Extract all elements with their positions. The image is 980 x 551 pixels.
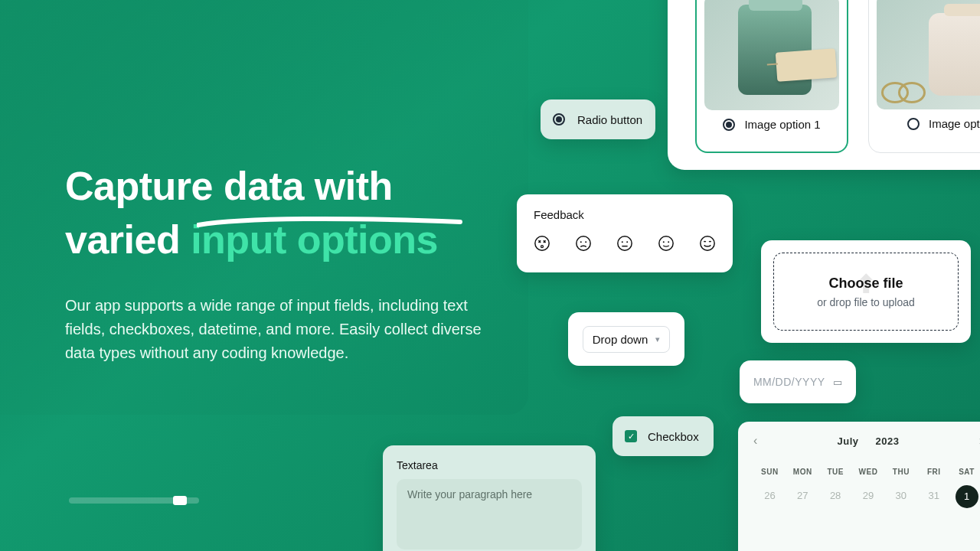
- checkbox-checked-icon: ✓: [625, 430, 637, 442]
- file-drop-card[interactable]: ⬆ Choose file or drop file to upload: [761, 240, 971, 343]
- calendar-weekdays: SUN MON TUE WED THU FRI SAT: [753, 468, 980, 476]
- svg-point-4: [585, 241, 586, 243]
- file-drop-subtitle: or drop file to upload: [817, 296, 915, 308]
- calendar-day[interactable]: 27: [786, 490, 819, 508]
- calendar-panel: ‹ July 2023 › SUN MON TUE WED THU FRI SA…: [738, 422, 980, 551]
- svg-point-6: [622, 241, 623, 243]
- calendar-day[interactable]: 30: [884, 490, 917, 508]
- svg-point-0: [535, 236, 549, 250]
- face-happy-icon[interactable]: [699, 235, 716, 252]
- calendar-prev-button[interactable]: ‹: [753, 434, 757, 448]
- radio-dot-icon: [723, 119, 735, 131]
- image-options-panel: Image option 1 Image opti: [668, 0, 980, 170]
- face-sad-icon[interactable]: [575, 235, 592, 252]
- radio-label: Radio button: [577, 113, 642, 126]
- feedback-title: Feedback: [534, 208, 716, 221]
- calendar-day[interactable]: 29: [852, 490, 885, 508]
- checkbox-label: Checkbox: [648, 430, 699, 443]
- progress-slider[interactable]: [69, 497, 199, 504]
- page-title: Capture data with varied input options: [65, 159, 494, 266]
- textarea-input[interactable]: [397, 479, 582, 549]
- calendar-days-row: 26 27 28 29 30 31 1: [753, 490, 980, 508]
- radio-dot-icon: [553, 113, 565, 126]
- textarea-title: Textarea: [397, 459, 582, 471]
- svg-point-11: [701, 236, 714, 250]
- face-smile-icon[interactable]: [658, 235, 675, 252]
- calendar-day[interactable]: 31: [917, 490, 950, 508]
- image-option-1[interactable]: Image option 1: [695, 0, 848, 153]
- face-neutral-icon[interactable]: [616, 235, 633, 252]
- svg-point-3: [580, 241, 582, 243]
- image-option-2-thumbnail: [877, 0, 980, 109]
- headline-accent: input options: [191, 213, 438, 266]
- svg-point-5: [618, 236, 632, 250]
- svg-point-7: [626, 241, 628, 243]
- textarea-card: Textarea: [383, 445, 596, 551]
- radio-hollow-icon: [907, 118, 920, 130]
- radio-button-sample[interactable]: Radio button: [541, 99, 655, 139]
- svg-point-2: [577, 236, 590, 250]
- svg-point-9: [663, 241, 665, 243]
- image-option-1-thumbnail: [704, 0, 839, 110]
- svg-point-10: [668, 241, 669, 243]
- image-option-1-label: Image option 1: [744, 118, 820, 131]
- hero-body-text: Our app supports a wide range of input f…: [65, 294, 494, 365]
- calendar-year: 2023: [876, 435, 900, 447]
- svg-point-1: [541, 246, 544, 248]
- date-input-card[interactable]: MM/DD/YYYY ▭: [740, 360, 856, 403]
- calendar-day[interactable]: 28: [819, 490, 852, 508]
- dropdown-card: Drop down ▾: [568, 312, 684, 366]
- image-option-2[interactable]: Image opti: [868, 0, 980, 153]
- date-placeholder: MM/DD/YYYY: [753, 376, 825, 388]
- face-dead-icon[interactable]: [534, 235, 550, 252]
- feedback-card: Feedback: [517, 194, 733, 272]
- chevron-down-icon: ▾: [655, 334, 660, 344]
- calendar-day[interactable]: 26: [753, 490, 786, 508]
- drop-zone[interactable]: ⬆ Choose file or drop file to upload: [773, 253, 959, 331]
- calendar-month: July: [838, 435, 859, 447]
- dropdown-label: Drop down: [593, 333, 648, 346]
- calendar-day-today[interactable]: 1: [950, 490, 980, 508]
- slider-thumb[interactable]: [173, 496, 187, 505]
- checkbox-sample[interactable]: ✓ Checkbox: [612, 416, 714, 456]
- dropdown-select[interactable]: Drop down ▾: [583, 326, 671, 353]
- svg-point-8: [659, 236, 673, 250]
- calendar-icon: ▭: [833, 377, 843, 388]
- file-drop-title: Choose file: [828, 276, 903, 292]
- image-option-2-label: Image opti: [929, 117, 980, 130]
